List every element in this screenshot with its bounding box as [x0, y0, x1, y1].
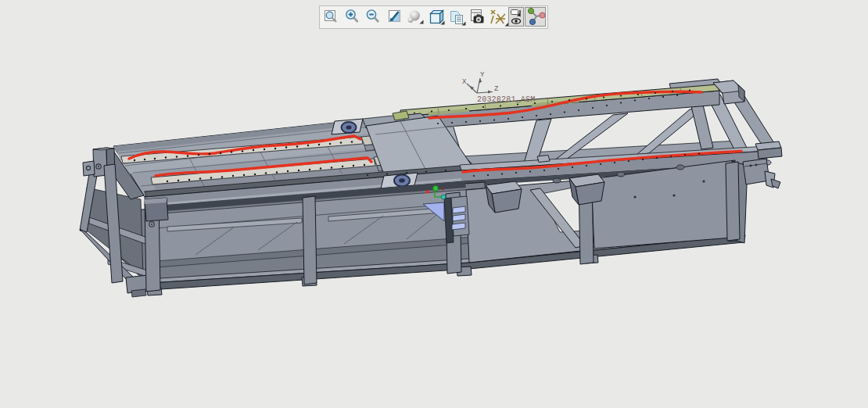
svg-text:Z: Z: [494, 85, 499, 93]
svg-text:X: X: [462, 78, 467, 86]
svg-text:20328281_ASM: 20328281_ASM: [477, 95, 535, 104]
svg-text:Y: Y: [480, 71, 485, 79]
